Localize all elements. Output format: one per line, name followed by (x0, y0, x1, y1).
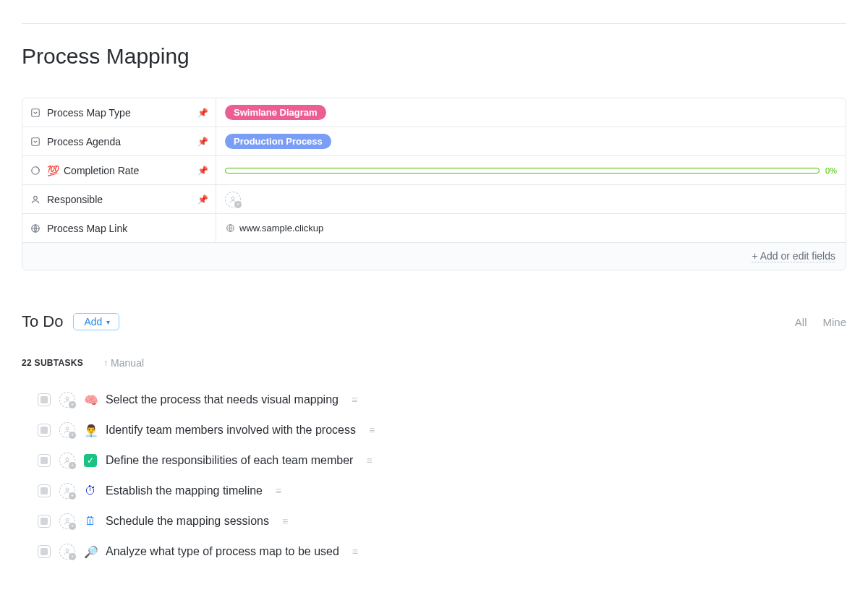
subtask-row[interactable]: +🧠Select the process that needs visual m… (38, 385, 846, 415)
subtask-title[interactable]: Establish the mapping timeline (106, 484, 263, 497)
task-emoji-icon: ✓ (84, 454, 97, 467)
field-row-process-agenda[interactable]: Process Agenda 📌 Production Process (22, 127, 846, 156)
plus-icon: + (69, 462, 76, 469)
drag-handle-icon[interactable]: ≡ (352, 394, 357, 406)
drag-handle-icon[interactable]: ≡ (352, 546, 358, 557)
subtask-row[interactable]: +👨‍💼Identify team members involved with … (38, 415, 846, 445)
field-row-completion-rate[interactable]: 💯 Completion Rate 📌 0% (22, 156, 846, 185)
sort-label: Manual (111, 357, 144, 369)
checkbox-inner (41, 396, 48, 403)
subtask-title[interactable]: Define the responsibilities of each team… (106, 454, 353, 467)
tag-process-map-type[interactable]: Swimlane Diagram (225, 105, 326, 120)
checkbox[interactable] (38, 393, 51, 406)
subtask-title[interactable]: Analyze what type of process map to be u… (106, 545, 339, 558)
subtask-list: +🧠Select the process that needs visual m… (22, 385, 846, 567)
subtask-row[interactable]: +✓Define the responsibilities of each te… (38, 445, 846, 476)
progress-icon (30, 165, 41, 176)
checkbox[interactable] (38, 454, 51, 467)
subtasks-count: 22 SUBTASKS (22, 358, 83, 368)
add-button-label: Add (84, 316, 102, 327)
subtask-row[interactable]: +⏱Establish the mapping timeline≡ (38, 476, 846, 506)
add-assignee-button[interactable]: + (59, 422, 75, 438)
person-icon (30, 194, 41, 205)
field-row-process-map-type[interactable]: Process Map Type 📌 Swimlane Diagram (22, 98, 846, 127)
task-emoji-icon: ⏱ (84, 484, 97, 497)
page-title: Process Mapping (22, 44, 846, 69)
checkbox[interactable] (38, 515, 51, 528)
field-value-cell[interactable]: 0% (216, 156, 846, 184)
arrow-up-icon: ↑ (103, 358, 108, 368)
sort-manual[interactable]: ↑ Manual (103, 357, 144, 369)
svg-point-10 (66, 488, 69, 491)
checkbox-inner (41, 518, 48, 525)
field-row-process-map-link[interactable]: Process Map Link www.sample.clickup (22, 214, 846, 243)
add-assignee-button[interactable]: + (59, 392, 75, 408)
task-emoji-icon: 👨‍💼 (84, 424, 97, 437)
pin-icon[interactable]: 📌 (197, 166, 208, 176)
add-button[interactable]: Add ▾ (73, 313, 119, 330)
progress-bar[interactable] (225, 168, 820, 174)
drag-handle-icon[interactable]: ≡ (276, 485, 281, 497)
add-assignee-button[interactable]: + (225, 192, 241, 207)
svg-rect-0 (32, 108, 40, 116)
add-edit-fields-link[interactable]: + Add or edit fields (752, 250, 835, 262)
todo-header: To Do Add ▾ All Mine (22, 312, 846, 331)
subtask-title[interactable]: Select the process that needs visual map… (106, 393, 339, 406)
drag-handle-icon[interactable]: ≡ (369, 424, 375, 436)
add-assignee-button[interactable]: + (59, 544, 75, 560)
drag-handle-icon[interactable]: ≡ (366, 455, 372, 466)
globe-icon (30, 223, 41, 234)
add-assignee-button[interactable]: + (59, 483, 75, 499)
field-label-cell: Process Map Type 📌 (22, 98, 216, 127)
progress-bar-wrapper[interactable]: 0% (225, 166, 837, 175)
checkbox-inner (41, 548, 48, 555)
plus-icon: + (69, 401, 76, 408)
chevron-down-icon: ▾ (106, 318, 110, 326)
add-assignee-button[interactable]: + (59, 453, 75, 468)
dropdown-icon (30, 107, 41, 119)
fields-footer: + Add or edit fields (22, 243, 846, 270)
field-label-cell: Process Agenda 📌 (22, 127, 216, 155)
svg-rect-1 (32, 137, 40, 145)
task-emoji-icon: 🧠 (84, 393, 97, 407)
field-row-responsible[interactable]: Responsible 📌 + (22, 185, 846, 214)
progress-percent: 0% (825, 166, 837, 175)
subtask-row[interactable]: +🗓Schedule the mapping sessions≡ (38, 506, 846, 536)
plus-icon: + (69, 432, 76, 439)
field-label: Responsible (47, 194, 103, 205)
add-assignee-button[interactable]: + (59, 513, 75, 529)
drag-handle-icon[interactable]: ≡ (282, 515, 288, 527)
subtask-title[interactable]: Identify team members involved with the … (106, 424, 356, 437)
plus-icon: + (69, 553, 76, 560)
subtasks-bar: 22 SUBTASKS ↑ Manual (22, 357, 846, 369)
subtask-row[interactable]: +🔎Analyze what type of process map to be… (38, 536, 846, 567)
field-label: Process Map Link (47, 223, 127, 234)
field-value-cell[interactable]: + (216, 185, 846, 213)
subtask-title[interactable]: Schedule the mapping sessions (106, 515, 269, 528)
pin-icon[interactable]: 📌 (197, 108, 208, 118)
field-label-cell: 💯 Completion Rate 📌 (22, 156, 216, 184)
field-value-cell[interactable]: www.sample.clickup (216, 214, 846, 242)
tag-process-agenda[interactable]: Production Process (225, 134, 331, 149)
checkbox-inner (41, 457, 48, 464)
checkbox[interactable] (38, 424, 51, 437)
plus-icon: + (69, 492, 76, 500)
hundred-emoji: 💯 (47, 165, 59, 176)
task-emoji-icon: 🔎 (84, 545, 97, 559)
field-value-cell[interactable]: Swimlane Diagram (216, 98, 846, 127)
checkbox-inner (41, 427, 48, 434)
link-text[interactable]: www.sample.clickup (239, 223, 323, 234)
pin-icon[interactable]: 📌 (197, 137, 208, 147)
tab-all[interactable]: All (795, 316, 807, 328)
checkbox[interactable] (38, 484, 51, 497)
field-label-cell: Responsible 📌 (22, 185, 216, 213)
pin-icon[interactable]: 📌 (197, 194, 208, 205)
field-value-cell[interactable]: Production Process (216, 127, 846, 155)
svg-point-11 (66, 518, 69, 521)
globe-small-icon (225, 223, 235, 234)
svg-point-3 (34, 196, 38, 200)
tab-mine[interactable]: Mine (822, 316, 846, 328)
plus-icon: + (234, 201, 242, 208)
svg-point-9 (66, 458, 69, 461)
checkbox[interactable] (38, 545, 51, 558)
